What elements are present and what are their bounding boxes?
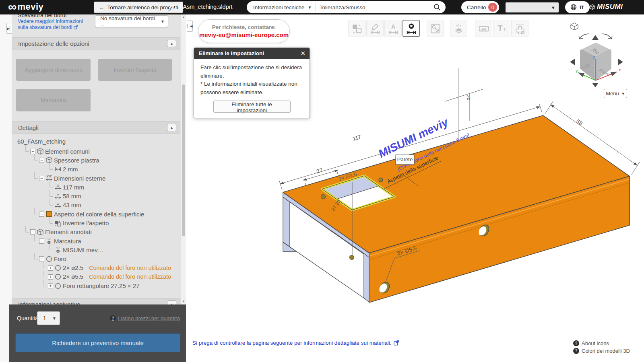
search-category-select[interactable]: Informazioni tecniche ▼ — [247, 4, 316, 10]
panel-collapse-handle[interactable]: ▏◀ — [187, 21, 193, 32]
rotate-view-right-icon[interactable] — [618, 59, 623, 65]
tree-item-label[interactable]: Elementi comuni — [45, 148, 90, 155]
collapse-node-icon[interactable]: − — [30, 229, 35, 234]
tree-item[interactable]: −Foro — [12, 255, 180, 263]
chevron-down-icon: ▼ — [52, 316, 56, 321]
details-section-header: Dettagli ▲ — [12, 121, 180, 134]
collapse-node-icon[interactable]: − — [39, 176, 44, 181]
tree-item-label[interactable]: Elementi annotati — [45, 228, 92, 235]
menu-button[interactable]: Menu ▼ — [604, 89, 627, 98]
expand-node-icon[interactable]: + — [48, 274, 53, 280]
scroll-down-icon[interactable]: ▼ — [181, 299, 186, 304]
scrollbar-thumb[interactable] — [182, 84, 185, 236]
meviy-logo[interactable]: ∞ meviy — [8, 1, 43, 13]
search-icon[interactable] — [433, 4, 441, 11]
tree-item-label[interactable]: Foro — [54, 255, 66, 262]
tree-item-label[interactable]: Spessore piastra — [54, 157, 99, 164]
rotate-view-left-icon[interactable] — [570, 59, 575, 65]
quantity-select[interactable]: 1 ▼ — [37, 311, 60, 325]
toolbar-six-views-button[interactable]: 6VIEWS — [511, 20, 528, 37]
svg-text:Y: Y — [57, 193, 59, 196]
text-tool-icon: TT — [496, 23, 508, 34]
sidebar-scrollbar[interactable]: ▲ ▼ — [180, 14, 186, 304]
tree-item-label[interactable]: 2× ⌀2.5 — [63, 264, 83, 272]
toolbar-measure-button[interactable]: 123 — [475, 20, 492, 37]
collapse-node-icon[interactable]: − — [39, 239, 44, 244]
tree-item[interactable]: −XYZDimensioni esterne — [12, 174, 180, 183]
collapse-node-icon[interactable]: − — [39, 256, 44, 261]
six-views-icon: 6VIEWS — [514, 23, 526, 34]
collapse-node-icon[interactable]: − — [39, 212, 44, 217]
circle-icon — [54, 264, 62, 272]
search-input[interactable] — [316, 4, 433, 10]
search-bar: Informazioni tecniche ▼ — [247, 1, 446, 13]
header-dropdown[interactable]: ▼ — [506, 2, 559, 12]
toolbar-change-aspect-button[interactable] — [348, 20, 365, 37]
tree-item[interactable]: −Marcatura — [12, 237, 180, 245]
collapse-node-icon[interactable]: − — [30, 149, 35, 154]
rotate-up-icon[interactable] — [592, 35, 599, 40]
view-cube-widget[interactable]: Top Left Front y x z — [570, 23, 623, 87]
tree-item-label[interactable]: 43 mm — [63, 202, 81, 208]
toolbar-text-tool-button[interactable]: TT — [493, 20, 510, 37]
rotate-down-icon[interactable] — [592, 83, 599, 87]
tree-item-label[interactable]: Dimensioni esterne — [54, 175, 105, 182]
tree-item-label[interactable]: 58 mm — [63, 193, 81, 200]
viewer-area[interactable]: 117 27 2× ∅2.5 27.25 58 20 2× ∅5.5 MISUM… — [186, 14, 644, 362]
expand-node-icon[interactable]: + — [48, 283, 53, 288]
toolbar-text-dimension-button[interactable]: A — [384, 20, 402, 37]
collapse-node-icon[interactable]: − — [39, 158, 44, 163]
tree-item-label[interactable]: 2 mm — [63, 166, 78, 173]
cart-count-badge: 0 — [488, 3, 497, 12]
contact-email-link[interactable]: meviy-eu@misumi-europe.com — [199, 31, 289, 38]
tree-item[interactable]: −Aspetto del colore della superficie — [12, 210, 180, 218]
toolbar-delete-dimension-button[interactable] — [402, 20, 420, 37]
language-button[interactable]: IT — [565, 1, 590, 13]
deburr-select[interactable]: No sbavatura dei bordi ... ▼ — [95, 15, 168, 27]
delete-all-settings-button[interactable]: Eliminare tutte le impostazioni — [213, 101, 291, 113]
tree-item[interactable]: +2× ⌀5.5Comando del foro non utilizzato — [12, 272, 180, 281]
tree-item[interactable]: −Spessore piastra — [12, 156, 180, 165]
tree-item-label[interactable]: 117 mm — [63, 184, 84, 191]
scroll-up-icon[interactable]: ▲ — [181, 14, 186, 20]
close-icon[interactable]: ✕ — [300, 50, 305, 56]
toolbar-hole-command-button[interactable] — [427, 20, 444, 37]
tree-item-label[interactable]: Aspetto del colore della superficie — [54, 211, 144, 218]
tree-item-label[interactable]: MISUMI mev… — [63, 247, 104, 253]
expand-node-icon[interactable]: + — [48, 265, 53, 271]
tree-item[interactable]: +Foro rettangolare 27.25 × 27 — [12, 281, 180, 290]
feature-tree: 60_FAsm_etching −Elementi comuni−Spessor… — [12, 136, 180, 290]
rotate-right-icon[interactable] — [602, 34, 611, 39]
tree-root-item[interactable]: 60_FAsm_etching — [12, 136, 180, 147]
meviy-logo-text: meviy — [17, 2, 43, 12]
request-quote-button[interactable]: Richiedere un preventivo manuale — [15, 333, 180, 352]
tree-item[interactable]: X117 mm — [12, 183, 180, 191]
isometric-view-icon[interactable] — [571, 23, 578, 30]
cart-button[interactable]: Carrello 0 — [461, 1, 499, 13]
marking-button[interactable]: Marcatura — [16, 89, 91, 111]
rotate-left-icon[interactable] — [580, 34, 589, 39]
toolbar-edit-dimension-button[interactable] — [366, 20, 384, 37]
add-dimensions-button[interactable]: Aggiungere dimensioni — [16, 59, 91, 81]
collapse-options-button[interactable]: ▲ — [167, 40, 176, 47]
invert-aspect-button[interactable]: Invertire l’aspetto — [98, 59, 172, 81]
tree-item-label[interactable]: 2× ⌀5.5 — [63, 273, 83, 280]
deburr-info-link[interactable]: Vedere maggiori informazioni sulla sbava… — [18, 19, 92, 31]
model-colors-link[interactable]: ? Colori dei modelli 3D — [573, 347, 630, 355]
price-list-link[interactable]: ? Listino prezzi per quantità — [110, 315, 180, 321]
text-dimension-icon: A — [388, 23, 399, 34]
tree-item-label[interactable]: Marcatura — [54, 238, 81, 245]
materials-info-link[interactable]: Si prega di controllare la pagina seguen… — [192, 340, 399, 346]
svg-text:X: X — [57, 184, 59, 187]
globe-icon — [570, 4, 577, 10]
tree-item[interactable]: Invertire l’aspetto — [12, 218, 180, 227]
tree-item-label[interactable]: Invertire l’aspetto — [63, 220, 109, 226]
stamp-icon — [54, 246, 62, 253]
about-icons-link[interactable]: ? About icons — [573, 339, 630, 347]
collapse-details-button[interactable]: ▲ — [167, 124, 176, 131]
toolbar-marking-button[interactable] — [450, 20, 467, 37]
tree-item-label[interactable]: Foro rettangolare 27.25 × 27 — [63, 282, 140, 289]
tree-item[interactable]: +2× ⌀2.5Comando del foro non utilizzato — [12, 263, 180, 272]
tree-item[interactable]: Y58 mm — [12, 191, 180, 200]
invert-icon — [54, 220, 62, 227]
